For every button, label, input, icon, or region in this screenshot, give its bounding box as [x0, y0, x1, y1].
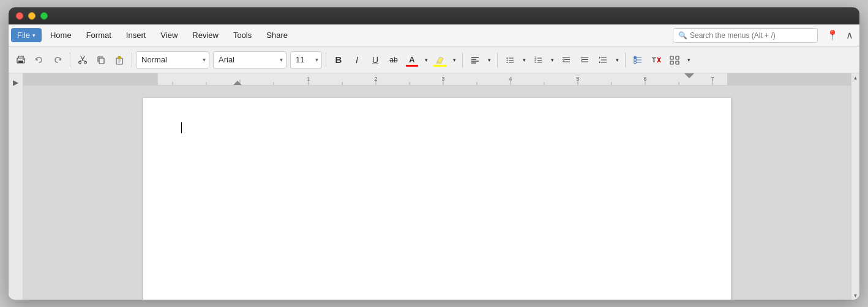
- indent-increase-button[interactable]: [576, 51, 593, 68]
- toolbar-separator-4: [462, 53, 463, 67]
- align-left-button[interactable]: [466, 51, 484, 68]
- underline-button[interactable]: U: [367, 51, 384, 68]
- line-spacing-icon: [599, 56, 607, 64]
- line-spacing-button[interactable]: [594, 51, 612, 68]
- document-page[interactable]: [143, 98, 731, 300]
- highlight-chevron: ▾: [453, 57, 456, 63]
- ruler: 1 2 3 4 5 6 7: [23, 73, 851, 86]
- view-menu[interactable]: View: [153, 28, 185, 42]
- align-dropdown[interactable]: ▾: [485, 51, 493, 68]
- indent-decrease-icon: [562, 56, 571, 64]
- font-size-select[interactable]: 8910 1112 141618 2436: [290, 51, 322, 68]
- scroll-up-button[interactable]: ▲: [851, 73, 860, 82]
- more-options-dropdown[interactable]: ▾: [684, 51, 693, 68]
- collapse-icon[interactable]: ∧: [842, 29, 857, 41]
- minimize-button[interactable]: [28, 12, 36, 20]
- highlight-color-dropdown[interactable]: ▾: [450, 51, 458, 68]
- svg-text:T: T: [652, 56, 656, 64]
- svg-point-38: [634, 61, 637, 64]
- sidebar-toggle[interactable]: ▶: [9, 73, 23, 300]
- tools-menu[interactable]: Tools: [226, 28, 259, 42]
- align-left-icon: [471, 56, 479, 64]
- styles-button[interactable]: [629, 51, 646, 68]
- bullet-list-button[interactable]: [501, 51, 518, 68]
- highlight-color-indicator: [433, 65, 447, 67]
- print-icon: [16, 55, 26, 65]
- undo-button[interactable]: [31, 51, 48, 68]
- home-menu[interactable]: Home: [43, 28, 79, 42]
- style-select[interactable]: Normal Title Heading 1 Heading 2 Heading…: [136, 51, 209, 68]
- main-area: 1 2 3 4 5 6 7: [23, 73, 851, 300]
- svg-rect-48: [23, 73, 158, 86]
- svg-rect-44: [676, 56, 679, 59]
- close-button[interactable]: [16, 12, 23, 20]
- font-select[interactable]: Arial Times New Roman Courier New Georgi…: [213, 51, 286, 68]
- svg-text:3.: 3.: [534, 61, 537, 64]
- svg-rect-49: [727, 73, 851, 86]
- bold-button[interactable]: B: [330, 51, 347, 68]
- font-color-indicator: [406, 65, 418, 67]
- maximize-button[interactable]: [40, 12, 48, 20]
- highlight-button[interactable]: [432, 51, 449, 68]
- indent-decrease-button[interactable]: [558, 51, 575, 68]
- ruler-svg: 1 2 3 4 5 6 7: [23, 73, 851, 86]
- format-menu[interactable]: Format: [79, 28, 119, 42]
- cut-icon: [78, 55, 88, 65]
- line-spacing-dropdown[interactable]: ▾: [613, 51, 621, 68]
- svg-rect-5: [99, 58, 104, 64]
- file-menu[interactable]: File ▾: [11, 28, 42, 42]
- file-menu-label: File: [17, 31, 30, 40]
- svg-point-36: [634, 56, 637, 59]
- content-area: ▶ 1 2: [9, 73, 859, 300]
- svg-point-2: [23, 59, 24, 60]
- font-color-chevron: ▾: [425, 57, 428, 63]
- document-area[interactable]: [23, 86, 851, 300]
- menu-bar: File ▾ Home Format Insert View Review To…: [9, 24, 859, 46]
- location-icon[interactable]: 📍: [823, 29, 842, 41]
- toolbar-separator-2: [132, 53, 132, 67]
- copy-button[interactable]: [92, 51, 110, 68]
- font-color-dropdown[interactable]: ▾: [422, 51, 430, 68]
- italic-button[interactable]: I: [348, 51, 365, 68]
- font-color-button[interactable]: A: [403, 51, 421, 68]
- scrollbar-right[interactable]: ▲ ▼: [851, 73, 859, 300]
- svg-rect-7: [118, 56, 121, 59]
- clear-format-icon: T: [651, 55, 661, 65]
- paste-button[interactable]: [111, 51, 128, 68]
- styles-icon: [634, 56, 642, 64]
- copy-icon: [96, 55, 106, 65]
- search-icon: 🔍: [678, 31, 687, 40]
- scroll-down-button[interactable]: ▼: [851, 291, 860, 300]
- scroll-track[interactable]: [851, 82, 859, 291]
- insert-menu[interactable]: Insert: [119, 28, 154, 42]
- font-size-wrapper[interactable]: 8910 1112 141618 2436 ▾: [290, 51, 322, 68]
- sidebar-toggle-icon: ▶: [13, 78, 18, 87]
- share-menu[interactable]: Share: [259, 28, 295, 42]
- strikethrough-button[interactable]: ab: [385, 51, 402, 68]
- text-cursor: [181, 122, 182, 133]
- toolbar-separator-6: [625, 53, 626, 67]
- font-select-wrapper[interactable]: Arial Times New Roman Courier New Georgi…: [213, 51, 286, 68]
- numbered-list-dropdown[interactable]: ▾: [548, 51, 556, 68]
- redo-button[interactable]: [49, 51, 66, 68]
- toolbar: Normal Title Heading 1 Heading 2 Heading…: [9, 46, 859, 73]
- search-menus-box[interactable]: 🔍: [673, 28, 818, 43]
- indent-increase-icon: [580, 56, 589, 64]
- toolbar-separator-3: [326, 53, 326, 67]
- search-menus-input[interactable]: [690, 31, 812, 40]
- svg-point-14: [507, 59, 508, 61]
- numbered-list-button[interactable]: 1. 2. 3.: [529, 51, 547, 68]
- bullet-list-dropdown[interactable]: ▾: [520, 51, 528, 68]
- print-button[interactable]: [12, 51, 29, 68]
- clear-format-button[interactable]: T: [648, 51, 665, 68]
- highlight-icon: [436, 56, 444, 64]
- more-options-button[interactable]: [666, 51, 683, 68]
- cut-button[interactable]: [74, 51, 91, 68]
- review-menu[interactable]: Review: [185, 28, 226, 42]
- bullet-list-icon: [506, 56, 514, 64]
- svg-rect-1: [18, 61, 23, 63]
- title-bar: [9, 7, 859, 24]
- svg-rect-8: [436, 62, 441, 64]
- svg-point-15: [507, 62, 508, 63]
- style-select-wrapper[interactable]: Normal Title Heading 1 Heading 2 Heading…: [136, 51, 209, 68]
